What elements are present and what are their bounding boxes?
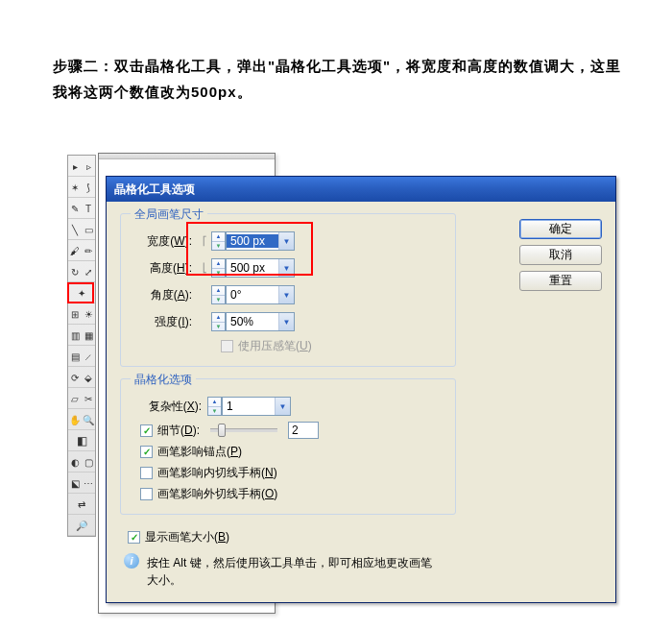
swap-color-icon[interactable]: ⇄	[68, 494, 95, 515]
width-value: 500 px	[227, 234, 278, 248]
height-input[interactable]: 500 px ▼	[226, 258, 295, 278]
blend-tool-icon[interactable]: ⟳	[68, 367, 82, 388]
draw-mode-icon[interactable]: ⬕	[68, 472, 82, 494]
show-brush-checkbox[interactable]: ✓	[128, 531, 140, 544]
outtangent-checkbox[interactable]	[140, 488, 153, 500]
detail-label: 细节(D):	[157, 423, 200, 439]
height-value: 500 px	[227, 261, 278, 275]
width-stepper[interactable]: ▲▼	[211, 231, 226, 251]
crystallize-options-dialog: 晶格化工具选项 确定 取消 重置 全局画笔尺寸 宽度(W): ⎡ ▲▼ 500 …	[106, 176, 616, 603]
rotate-tool-icon[interactable]: ↻	[68, 261, 82, 282]
height-stepper[interactable]: ▲▼	[211, 258, 226, 278]
selection-tool-icon[interactable]: ▸	[68, 156, 82, 177]
screen-mode-icon[interactable]: ▢	[82, 451, 95, 472]
height-dropdown-icon[interactable]: ▼	[278, 259, 294, 277]
lasso-tool-icon[interactable]: ⟆	[82, 177, 95, 198]
complexity-stepper[interactable]: ▲▼	[207, 397, 222, 416]
angle-stepper[interactable]: ▲▼	[211, 285, 226, 304]
global-brush-legend: 全局画笔尺寸	[131, 206, 207, 223]
bucket-tool-icon[interactable]: ⬙	[82, 367, 95, 388]
color-mode-icon[interactable]: ◐	[68, 451, 82, 472]
complexity-input[interactable]: 1 ▼	[222, 397, 291, 416]
intangent-label: 画笔影响内切线手柄(N)	[157, 465, 277, 481]
rect-tool-icon[interactable]: ▭	[82, 219, 95, 240]
crystallize-legend: 晶格化选项	[131, 372, 196, 388]
angle-value: 0°	[227, 288, 278, 302]
height-label: 高度(H):	[132, 260, 198, 277]
lock-aspect-icon[interactable]: ⎡	[198, 236, 211, 246]
dialog-titlebar[interactable]: 晶格化工具选项	[107, 177, 615, 202]
ok-button[interactable]: 确定	[519, 219, 602, 239]
width-input[interactable]: 500 px ▼	[226, 231, 295, 251]
zoom-tool-icon[interactable]: 🔍	[82, 409, 95, 430]
anchor-checkbox[interactable]: ✓	[140, 446, 153, 458]
scissor-tool-icon[interactable]: ✂	[82, 388, 95, 409]
symbol-tool-icon[interactable]: ☀	[82, 303, 95, 325]
detail-slider-thumb[interactable]	[218, 424, 226, 437]
eyedrop-tool-icon[interactable]: ⟋	[82, 346, 95, 367]
detail-checkbox[interactable]: ✓	[140, 424, 153, 437]
reset-button[interactable]: 重置	[519, 271, 602, 291]
angle-dropdown-icon[interactable]: ▼	[278, 286, 294, 303]
intensity-dropdown-icon[interactable]: ▼	[278, 313, 294, 330]
info-row: i 按住 Alt 键，然后使用该工具单击，即可相应地更改画笔大小。	[120, 553, 602, 589]
complexity-label: 复杂性(X):	[132, 399, 207, 415]
more-icon[interactable]: ⋯	[82, 472, 95, 494]
pencil-tool-icon[interactable]: ✏	[82, 240, 95, 261]
search-tool-icon[interactable]: 🔎	[68, 515, 95, 536]
width-dropdown-icon[interactable]: ▼	[278, 232, 294, 250]
intensity-label: 强度(I):	[132, 314, 198, 330]
gradient-tool-icon[interactable]: ▤	[68, 346, 82, 367]
pen-tool-icon[interactable]: ✎	[68, 198, 82, 219]
intangent-checkbox[interactable]	[140, 467, 153, 479]
line-tool-icon[interactable]: ╲	[68, 219, 82, 240]
info-icon: i	[124, 553, 139, 569]
global-brush-fieldset: 全局画笔尺寸 宽度(W): ⎡ ▲▼ 500 px ▼ 高度(H): ⎣ ▲▼	[120, 213, 456, 367]
graph-tool-icon[interactable]: ▥	[68, 325, 82, 346]
detail-value[interactable]: 2	[288, 422, 319, 439]
brush-tool-icon[interactable]: 🖌	[68, 240, 82, 261]
toolbar: ▸▹ ✶⟆ ✎T ╲▭ 🖌✏ ↻⤢ ✦ ⊞☀ ▥▦ ▤⟋ ⟳⬙ ▱✂ ✋🔍 ◧ …	[67, 155, 96, 537]
fill-swatch-icon[interactable]: ◧	[68, 430, 95, 451]
pressure-label: 使用压感笔(U)	[238, 338, 312, 354]
show-brush-label: 显示画笔大小(B)	[145, 529, 229, 545]
dialog-body: 确定 取消 重置 全局画笔尺寸 宽度(W): ⎡ ▲▼ 500 px ▼	[107, 202, 615, 602]
detail-slider[interactable]	[210, 428, 277, 432]
hand-tool-icon[interactable]: ✋	[68, 409, 82, 430]
intensity-stepper[interactable]: ▲▼	[211, 312, 226, 331]
workspace: ▸▹ ✶⟆ ✎T ╲▭ 🖌✏ ↻⤢ ✦ ⊞☀ ▥▦ ▤⟋ ⟳⬙ ▱✂ ✋🔍 ◧ …	[67, 153, 672, 630]
intensity-input[interactable]: 50% ▼	[226, 312, 295, 331]
pressure-checkbox	[221, 340, 233, 352]
crystallize-tool-icon[interactable]: ✦	[68, 282, 95, 303]
mesh-tool-icon[interactable]: ▦	[82, 325, 95, 346]
dialog-title: 晶格化工具选项	[114, 182, 195, 198]
angle-label: 角度(A):	[132, 287, 198, 303]
crystallize-fieldset: 晶格化选项 复杂性(X): ▲▼ 1 ▼ ✓ 细节(D): 2	[120, 378, 456, 515]
intensity-value: 50%	[227, 315, 278, 328]
type-tool-icon[interactable]: T	[82, 198, 95, 219]
angle-input[interactable]: 0° ▼	[226, 285, 295, 304]
info-text: 按住 Alt 键，然后使用该工具单击，即可相应地更改画笔大小。	[147, 553, 435, 589]
wand-tool-icon[interactable]: ✶	[68, 177, 82, 198]
direct-select-icon[interactable]: ▹	[82, 156, 95, 177]
dialog-buttons: 确定 取消 重置	[519, 219, 602, 291]
complexity-value: 1	[223, 400, 275, 413]
lock-aspect-icon-b[interactable]: ⎣	[198, 263, 211, 273]
slice-tool-icon[interactable]: ▱	[68, 388, 82, 409]
cancel-button[interactable]: 取消	[519, 245, 602, 265]
document-titlebar	[99, 154, 275, 159]
scale-tool-icon[interactable]: ⤢	[82, 261, 95, 282]
outtangent-label: 画笔影响外切线手柄(O)	[157, 486, 277, 502]
freetrans-tool-icon[interactable]: ⊞	[68, 303, 82, 325]
anchor-label: 画笔影响锚点(P)	[157, 444, 242, 460]
width-label: 宽度(W):	[132, 233, 198, 250]
instruction-text: 步骤二：双击晶格化工具，弹出"晶格化工具选项"，将宽度和高度的数值调大，这里我将…	[0, 0, 672, 105]
complexity-dropdown-icon[interactable]: ▼	[275, 398, 290, 415]
